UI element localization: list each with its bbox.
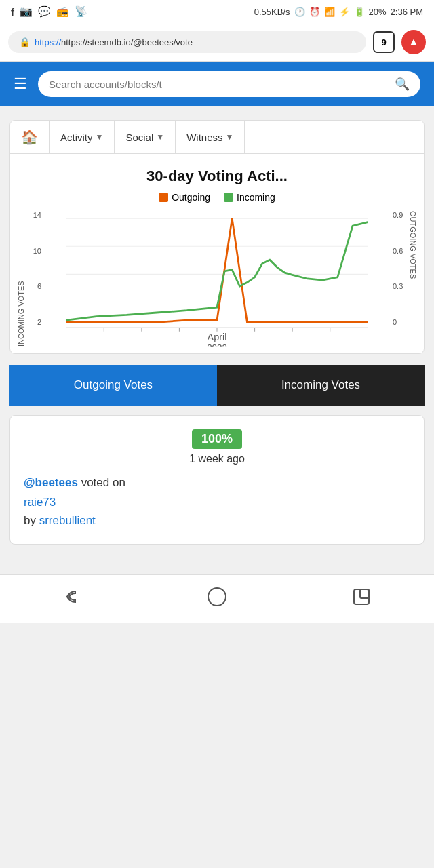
svg-text:2022: 2022 <box>207 342 227 347</box>
legend-outgoing: Outgoing <box>159 192 210 203</box>
vote-description: @beetees voted on raie73 by srrebullient <box>24 473 410 530</box>
status-bar: f 📷 💬 📻 📡 0.55KB/s 🕐 ⏰ 📶 ⚡ 🔋 20% 2:36 PM <box>0 0 434 23</box>
witness-chevron: ▼ <box>226 132 234 142</box>
hamburger-menu[interactable]: ☰ <box>14 75 27 93</box>
tab-navigation: 🏠 Outgoing Activity ▼ Social ▼ Witness ▼ <box>10 121 424 154</box>
y-axis-right-values: 0.9 0.6 0.3 0 <box>389 211 409 347</box>
back-icon <box>62 586 83 608</box>
outgoing-votes-button[interactable]: Outgoing Votes <box>9 365 217 406</box>
incoming-dot <box>224 193 233 202</box>
browser-bar: 🔒 https://https://steemdb.io/@beetees/vo… <box>0 23 434 62</box>
tab-witness[interactable]: Witness ▼ <box>176 121 245 153</box>
incoming-votes-button[interactable]: Incoming Votes <box>217 365 425 406</box>
main-content: 🏠 Outgoing Activity ▼ Social ▼ Witness ▼… <box>0 106 434 568</box>
tab-home[interactable]: 🏠 <box>10 121 50 153</box>
chart-body: INCOMING VOTES 14 10 6 2 <box>17 211 417 347</box>
svg-text:April: April <box>208 332 227 342</box>
incoming-label: Incoming <box>237 192 275 203</box>
author-link[interactable]: srrebullient <box>39 514 96 527</box>
social-chevron: ▼ <box>156 132 164 142</box>
vote-action: voted on <box>81 476 125 489</box>
clock-icon: 🕐 <box>294 7 305 17</box>
chart-title: 30-day Voting Acti... <box>17 167 417 185</box>
legend-incoming: Incoming <box>224 192 275 203</box>
tab-activity[interactable]: Outgoing Activity ▼ <box>50 121 115 153</box>
nav-bar: ☰ 🔍 <box>0 62 434 106</box>
voter-username[interactable]: @beetees <box>24 476 78 489</box>
search-icon: 🔍 <box>395 77 410 92</box>
url-display: https://https://steemdb.io/@beetees/vote <box>35 37 193 47</box>
y-axis-right-label: OUTGOING VOTES <box>409 211 417 347</box>
signal-icon: 📶 <box>324 7 335 17</box>
back-button[interactable] <box>62 586 83 612</box>
time-display: 2:36 PM <box>391 7 423 17</box>
vote-percent-badge: 100% <box>192 429 242 449</box>
battery-icon: 🔋 <box>354 7 365 17</box>
outgoing-dot <box>159 193 168 202</box>
vote-percent-wrapper: 100% <box>24 429 410 453</box>
home-button[interactable] <box>206 586 228 612</box>
cast-icon: 📡 <box>75 5 87 18</box>
upload-icon: ▲ <box>408 36 419 48</box>
chart-svg: April 2022 <box>45 211 389 347</box>
status-social-icons: f 📷 💬 📻 📡 <box>11 5 87 18</box>
status-info: 0.55KB/s 🕐 ⏰ 📶 ⚡ 🔋 20% 2:36 PM <box>254 7 423 17</box>
url-bar[interactable]: 🔒 https://https://steemdb.io/@beetees/vo… <box>8 31 366 53</box>
bottom-nav <box>0 574 434 623</box>
post-link[interactable]: raie73 <box>24 493 410 511</box>
upload-button[interactable]: ▲ <box>401 30 426 54</box>
search-bar[interactable]: 🔍 <box>38 71 420 97</box>
chart-legend: Outgoing Incoming <box>17 192 417 203</box>
home-circle-icon <box>206 586 228 608</box>
instagram-icon: 📷 <box>20 5 33 18</box>
messenger-icon: 💬 <box>38 5 51 18</box>
home-icon: 🏠 <box>21 129 38 145</box>
svg-rect-17 <box>360 589 369 598</box>
svg-point-15 <box>208 588 226 606</box>
vote-toggle: Outgoing Votes Incoming Votes <box>9 365 425 406</box>
vote-entry-card: 100% 1 week ago @beetees voted on raie73… <box>9 415 425 545</box>
by-text: by <box>24 514 39 527</box>
tab-count-badge[interactable]: 9 <box>373 31 395 53</box>
vote-time: 1 week ago <box>24 453 410 465</box>
lock-icon: 🔒 <box>19 37 31 47</box>
activity-chevron: ▼ <box>96 132 104 142</box>
y-axis-left-values: 14 10 6 2 <box>25 211 45 347</box>
incoming-line <box>66 222 368 320</box>
radio-icon: 📻 <box>56 5 69 18</box>
y-axis-left-label: INCOMING VOTES <box>17 211 25 347</box>
chart-svg-area: April 2022 <box>45 211 389 347</box>
recents-icon <box>351 586 372 608</box>
alarm-icon: ⏰ <box>309 7 320 17</box>
svg-rect-16 <box>354 589 369 604</box>
outgoing-label: Outgoing <box>172 192 210 203</box>
facebook-icon: f <box>11 6 14 18</box>
recents-button[interactable] <box>351 586 372 612</box>
tab-social[interactable]: Social ▼ <box>115 121 176 153</box>
search-input[interactable] <box>49 79 389 90</box>
chart-section: 30-day Voting Acti... Outgoing Incoming … <box>10 154 424 353</box>
main-card: 🏠 Outgoing Activity ▼ Social ▼ Witness ▼… <box>9 120 425 354</box>
network-speed: 0.55KB/s <box>254 7 290 17</box>
bolt-icon: ⚡ <box>339 7 350 17</box>
battery-percent: 20% <box>369 7 387 17</box>
